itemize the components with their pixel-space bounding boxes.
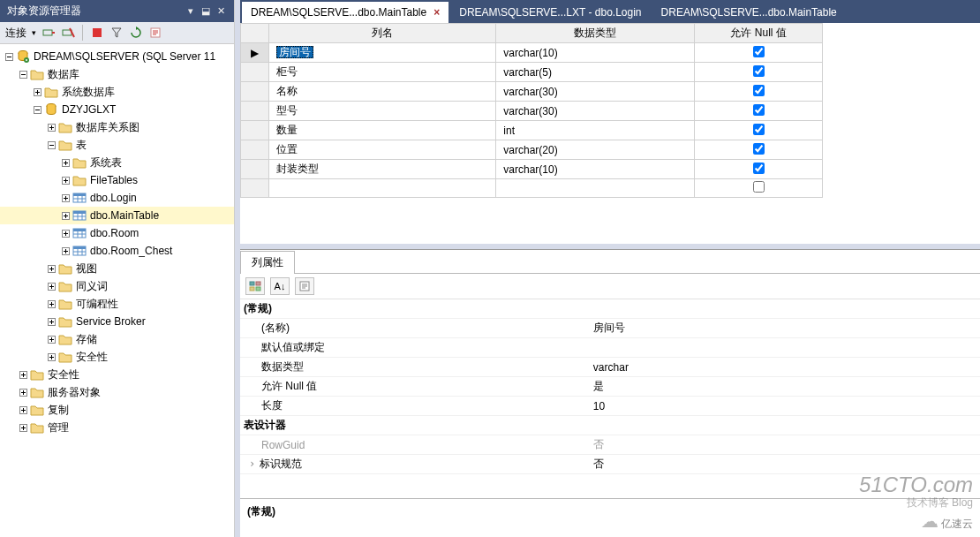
allow-null-cell[interactable] bbox=[695, 121, 823, 140]
allow-null-cell[interactable] bbox=[695, 140, 823, 160]
views-folder[interactable]: 视图 bbox=[0, 260, 234, 277]
plus-icon[interactable] bbox=[60, 246, 71, 256]
col-header-null[interactable]: 允许 Null 值 bbox=[695, 24, 823, 43]
plus-icon[interactable] bbox=[46, 263, 57, 274]
databases-folder[interactable]: 数据库 bbox=[0, 65, 234, 83]
row-selector[interactable] bbox=[241, 121, 269, 140]
filetables-folder[interactable]: FileTables bbox=[0, 171, 234, 189]
tab-2[interactable]: DREAM\SQLSERVE...LXT - dbo.Login bbox=[450, 2, 650, 23]
disconnect-icon[interactable] bbox=[61, 26, 75, 40]
column-name-cell[interactable]: 柜号 bbox=[269, 63, 496, 82]
close-icon[interactable]: ✕ bbox=[215, 5, 227, 18]
close-icon[interactable]: × bbox=[433, 6, 440, 19]
data-type-cell[interactable]: varchar(30) bbox=[496, 102, 695, 121]
connect-label[interactable]: 连接 bbox=[5, 26, 26, 41]
row-selector[interactable] bbox=[241, 82, 269, 102]
plus-icon[interactable] bbox=[60, 228, 71, 238]
pin-icon[interactable]: ⬓ bbox=[200, 5, 212, 18]
row-selector[interactable] bbox=[241, 179, 269, 198]
allow-null-cell[interactable] bbox=[695, 160, 823, 179]
plus-icon[interactable] bbox=[60, 210, 71, 221]
table-row[interactable]: 数量int bbox=[241, 121, 823, 140]
data-type-cell[interactable]: varchar(30) bbox=[496, 82, 695, 102]
plus-icon[interactable] bbox=[60, 175, 71, 185]
alphabetical-button[interactable]: A↓ bbox=[270, 277, 290, 295]
plus-icon[interactable] bbox=[46, 122, 57, 132]
minus-icon[interactable] bbox=[18, 69, 28, 79]
expand-icon[interactable]: › bbox=[249, 458, 260, 470]
plus-icon[interactable] bbox=[46, 299, 57, 309]
userdb-node[interactable]: DZYJGLXT bbox=[0, 101, 234, 118]
table-row[interactable]: ▶房间号varchar(10) bbox=[241, 43, 823, 63]
categorized-button[interactable] bbox=[245, 277, 265, 295]
col-header-type[interactable]: 数据类型 bbox=[496, 24, 695, 43]
plus-icon[interactable] bbox=[18, 387, 28, 397]
allow-null-checkbox[interactable] bbox=[753, 46, 765, 57]
table-row-new[interactable] bbox=[241, 179, 823, 198]
minus-icon[interactable] bbox=[4, 51, 14, 62]
allow-null-checkbox[interactable] bbox=[753, 65, 765, 77]
programmability-folder[interactable]: 可编程性 bbox=[0, 295, 234, 313]
column-name-cell[interactable]: 位置 bbox=[269, 140, 496, 160]
plus-icon[interactable] bbox=[46, 316, 57, 327]
allow-null-checkbox[interactable] bbox=[753, 104, 765, 116]
servicebroker-folder[interactable]: Service Broker bbox=[0, 313, 234, 330]
object-tree[interactable]: DREAM\SQLSERVER (SQL Server 11 数据库 系统数据库 bbox=[0, 44, 234, 537]
allow-null-checkbox[interactable] bbox=[753, 85, 765, 96]
db-security-folder[interactable]: 安全性 bbox=[0, 348, 234, 366]
systables-folder[interactable]: 系统表 bbox=[0, 154, 234, 171]
allow-null-cell[interactable] bbox=[695, 82, 823, 102]
tab-1[interactable]: DREAM\SQLSERVE...dbo.MainTable× bbox=[242, 2, 449, 23]
table-room[interactable]: dbo.Room bbox=[0, 224, 234, 242]
diagrams-folder[interactable]: 数据库关系图 bbox=[0, 118, 234, 136]
management-folder[interactable]: 管理 bbox=[0, 419, 234, 436]
data-type-cell[interactable]: varchar(10) bbox=[496, 43, 695, 63]
script-icon[interactable] bbox=[148, 26, 162, 40]
allow-null-checkbox[interactable] bbox=[753, 181, 765, 193]
table-maintable[interactable]: dbo.MainTable bbox=[0, 207, 234, 224]
refresh-icon[interactable] bbox=[129, 26, 143, 40]
storage-folder[interactable]: 存储 bbox=[0, 330, 234, 348]
column-name-cell[interactable]: 数量 bbox=[269, 121, 496, 140]
row-selector[interactable]: ▶ bbox=[241, 43, 269, 63]
plus-icon[interactable] bbox=[46, 281, 57, 291]
props-page-button[interactable] bbox=[295, 277, 314, 295]
tab-3[interactable]: DREAM\SQLSERVE...dbo.MainTable bbox=[652, 2, 846, 23]
row-selector[interactable] bbox=[241, 140, 269, 160]
dropdown-icon[interactable]: ▾ bbox=[185, 5, 197, 18]
data-type-cell[interactable]: int bbox=[496, 121, 695, 140]
tables-folder[interactable]: 表 bbox=[0, 136, 234, 154]
plus-icon[interactable] bbox=[60, 157, 71, 168]
table-row[interactable]: 名称varchar(30) bbox=[241, 82, 823, 102]
col-header-name[interactable]: 列名 bbox=[269, 24, 496, 43]
minus-icon[interactable] bbox=[46, 140, 57, 150]
row-selector[interactable] bbox=[241, 160, 269, 179]
sysdb-folder[interactable]: 系统数据库 bbox=[0, 83, 234, 101]
allow-null-checkbox[interactable] bbox=[753, 143, 765, 155]
column-name-cell[interactable]: 房间号 bbox=[269, 43, 496, 63]
plus-icon[interactable] bbox=[46, 334, 57, 344]
allow-null-checkbox[interactable] bbox=[753, 163, 765, 174]
column-name-cell[interactable]: 封装类型 bbox=[269, 160, 496, 179]
allow-null-checkbox[interactable] bbox=[753, 124, 765, 135]
table-roomchest[interactable]: dbo.Room_Chest bbox=[0, 242, 234, 260]
synonyms-folder[interactable]: 同义词 bbox=[0, 277, 234, 295]
table-login[interactable]: dbo.Login bbox=[0, 189, 234, 207]
minus-icon[interactable] bbox=[32, 104, 42, 115]
allow-null-cell[interactable] bbox=[695, 63, 823, 82]
security-folder[interactable]: 安全性 bbox=[0, 366, 234, 383]
table-designer[interactable]: 列名 数据类型 允许 Null 值 ▶房间号varchar(10)柜号varch… bbox=[240, 23, 980, 244]
column-name-cell[interactable]: 型号 bbox=[269, 102, 496, 121]
table-row[interactable]: 型号varchar(30) bbox=[241, 102, 823, 121]
table-row[interactable]: 位置varchar(20) bbox=[241, 140, 823, 160]
plus-icon[interactable] bbox=[32, 87, 42, 97]
table-row[interactable]: 柜号varchar(5) bbox=[241, 63, 823, 82]
filter-icon[interactable] bbox=[109, 26, 124, 40]
row-selector[interactable] bbox=[241, 102, 269, 121]
replication-folder[interactable]: 复制 bbox=[0, 401, 234, 419]
plus-icon[interactable] bbox=[46, 352, 57, 362]
connect-icon[interactable] bbox=[41, 26, 56, 40]
plus-icon[interactable] bbox=[18, 369, 28, 380]
row-selector[interactable] bbox=[241, 63, 269, 82]
data-type-cell[interactable]: varchar(10) bbox=[496, 160, 695, 179]
